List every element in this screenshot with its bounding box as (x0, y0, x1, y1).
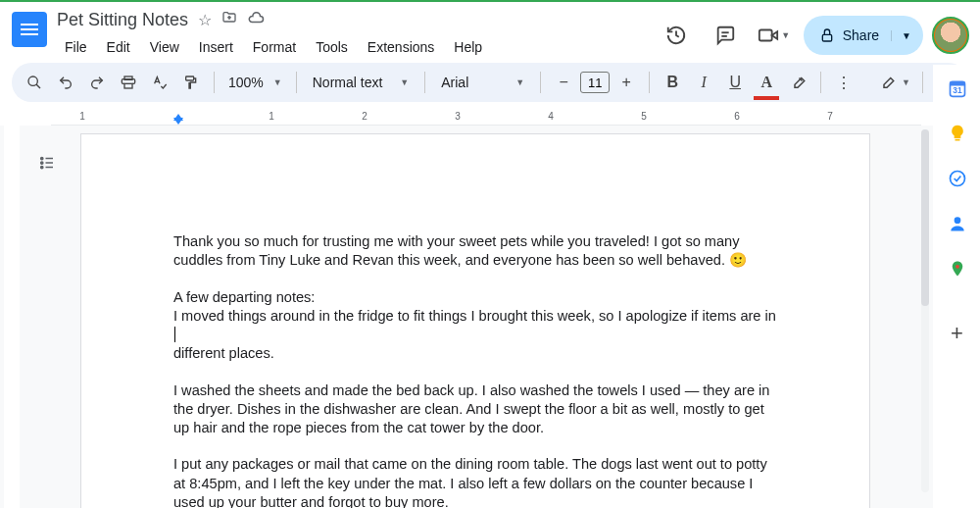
svg-point-13 (950, 172, 964, 186)
svg-point-14 (954, 217, 960, 224)
scrollbar-thumb[interactable] (921, 129, 929, 306)
outline-toggle-icon[interactable] (33, 149, 61, 177)
italic-button[interactable]: I (689, 68, 718, 97)
menu-view[interactable]: View (142, 35, 187, 59)
svg-line-5 (36, 84, 40, 88)
highlight-color-button[interactable] (783, 68, 812, 97)
svg-point-15 (956, 265, 959, 269)
svg-point-4 (28, 76, 37, 85)
redo-button[interactable] (82, 68, 112, 97)
caret-down-icon: ▼ (781, 30, 790, 40)
caret-down-icon: ▼ (400, 77, 409, 87)
zoom-select[interactable]: 100% ▼ (222, 68, 288, 97)
history-icon[interactable] (657, 16, 696, 55)
more-tools-button[interactable]: ⋮ (829, 68, 858, 97)
meet-button[interactable]: ▼ (755, 16, 794, 55)
caret-down-icon: ▼ (273, 77, 282, 87)
lock-icon (819, 27, 835, 43)
calendar-icon[interactable]: 31 (948, 78, 967, 98)
paint-format-button[interactable] (176, 68, 206, 97)
svg-point-17 (41, 162, 43, 164)
font-value: Arial (441, 75, 468, 90)
paragraph-style-select[interactable]: Normal text ▼ (305, 75, 417, 90)
svg-point-16 (41, 157, 43, 159)
vertical-scrollbar[interactable] (921, 129, 929, 492)
svg-text:31: 31 (953, 85, 962, 95)
horizontal-ruler[interactable]: 1 1 2 3 4 5 6 7 (51, 110, 921, 126)
account-avatar[interactable] (933, 18, 968, 53)
app-header: Pet Sitting Notes ☆ File Edit View Inser… (0, 0, 980, 63)
document-body[interactable]: Thank you so much for trusting me with y… (173, 232, 777, 508)
caret-down-icon: ▼ (902, 77, 910, 87)
svg-rect-3 (822, 34, 831, 41)
title-area: Pet Sitting Notes ☆ File Edit View Inser… (57, 8, 490, 59)
svg-rect-12 (955, 139, 959, 141)
svg-rect-7 (124, 83, 132, 88)
underline-button[interactable]: U (720, 68, 750, 97)
addons-button[interactable]: + (948, 324, 967, 343)
move-icon[interactable] (221, 10, 237, 29)
side-panel: 31 + (933, 65, 980, 508)
svg-point-18 (41, 166, 43, 168)
menu-help[interactable]: Help (446, 35, 490, 59)
toolbar: 100% ▼ Normal text ▼ Arial ▼ − 11 + B I … (12, 63, 968, 102)
share-button[interactable]: Share ▼ (804, 16, 923, 55)
zoom-value: 100% (228, 75, 264, 90)
spellcheck-button[interactable] (145, 68, 174, 97)
menu-insert[interactable]: Insert (191, 35, 241, 59)
vertical-ruler[interactable] (4, 126, 20, 508)
editing-mode-button[interactable]: ▼ (874, 68, 914, 97)
fontsize-input[interactable]: 11 (580, 72, 610, 93)
tasks-icon[interactable] (948, 169, 967, 188)
star-icon[interactable]: ☆ (198, 11, 212, 29)
search-icon[interactable] (20, 68, 49, 97)
paragraph[interactable]: Thank you so much for trusting me with y… (173, 232, 777, 271)
text-color-button[interactable]: A (752, 68, 781, 97)
style-value: Normal text (313, 75, 383, 90)
document-title[interactable]: Pet Sitting Notes (57, 10, 188, 30)
text-caret (174, 327, 175, 342)
caret-down-icon: ▼ (515, 77, 524, 87)
share-caret-icon[interactable]: ▼ (891, 30, 911, 41)
docs-logo-icon[interactable] (12, 12, 47, 47)
menu-extensions[interactable]: Extensions (360, 35, 442, 59)
menu-file[interactable]: File (57, 35, 95, 59)
bold-button[interactable]: B (658, 68, 687, 97)
left-indent-marker[interactable] (173, 118, 183, 125)
undo-button[interactable] (51, 68, 80, 97)
document-viewport: Thank you so much for trusting me with y… (0, 126, 933, 508)
menu-bar: File Edit View Insert Format Tools Exten… (57, 35, 490, 59)
menu-format[interactable]: Format (245, 35, 304, 59)
menu-tools[interactable]: Tools (308, 35, 356, 59)
paragraph[interactable]: A few departing notes: I moved things ar… (173, 288, 777, 364)
paragraph[interactable]: I put any packages or mail that came on … (173, 455, 777, 508)
maps-icon[interactable] (948, 259, 967, 279)
font-family-select[interactable]: Arial ▼ (433, 75, 532, 90)
comments-icon[interactable] (706, 16, 745, 55)
share-label: Share (843, 27, 879, 43)
paragraph[interactable]: I washed the sheets and made the bed bac… (173, 381, 777, 438)
menu-edit[interactable]: Edit (99, 35, 138, 59)
svg-rect-8 (186, 76, 194, 80)
increase-fontsize-button[interactable]: + (612, 68, 641, 97)
document-page[interactable]: Thank you so much for trusting me with y… (80, 133, 870, 508)
svg-rect-2 (760, 30, 772, 41)
keep-icon[interactable] (948, 124, 967, 143)
decrease-fontsize-button[interactable]: − (549, 68, 578, 97)
print-button[interactable] (114, 68, 143, 97)
contacts-icon[interactable] (948, 214, 967, 233)
cloud-status-icon[interactable] (247, 9, 265, 30)
